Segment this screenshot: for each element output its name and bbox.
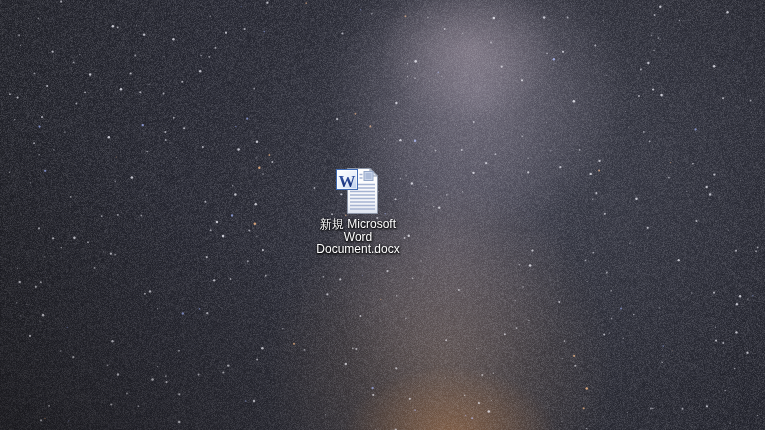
desktop[interactable]: W 新規 Microsoft Word Document.docx xyxy=(0,0,765,430)
svg-text:W: W xyxy=(339,172,356,191)
word-docx-icon: W xyxy=(335,167,381,215)
desktop-icon-word-document[interactable]: W 新規 Microsoft Word Document.docx xyxy=(301,167,415,256)
desktop-icon-label: 新規 Microsoft Word Document.docx xyxy=(301,218,415,256)
icon-label-line: 新規 Microsoft xyxy=(301,218,415,231)
icon-label-line: Document.docx xyxy=(301,243,415,256)
